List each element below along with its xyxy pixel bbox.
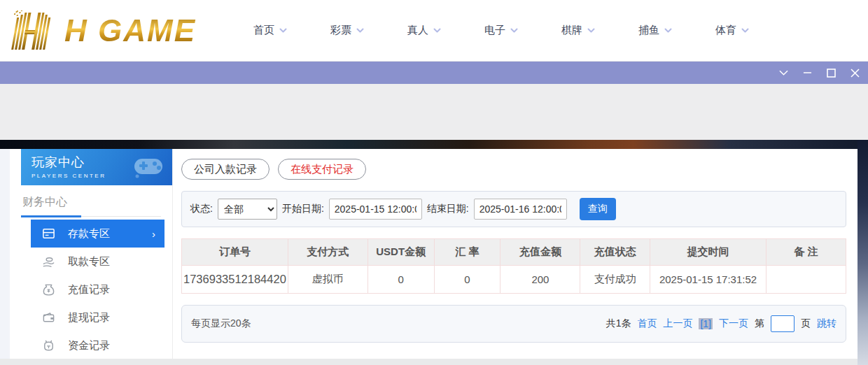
jump-button[interactable]: 跳转 [817, 317, 836, 330]
nav-label: 电子 [484, 24, 505, 37]
cell-usdt-amount: 0 [368, 266, 434, 294]
filter-bar: 状态: 全部 开始日期: 结束日期: 查询 [181, 191, 846, 227]
main-nav: 首页 彩票 真人 电子 棋牌 捕鱼 体育 [253, 24, 749, 37]
main-section: 玩家中心 PLAYERS CENTER 财务中心 存款专区 › [0, 140, 868, 365]
window-maximize-icon[interactable] [827, 69, 836, 78]
sidebar-item-label: 取款专区 [68, 255, 110, 269]
sidebar-menu: 存款专区 › 取款专区 充值记录 提现记录 资金记录 [10, 220, 172, 359]
total-count-label: 共1条 [606, 317, 631, 330]
tab-online-payment-records[interactable]: 在线支付记录 [278, 159, 366, 180]
nav-item-fishing[interactable]: 捕鱼 [638, 24, 672, 37]
start-date-label: 开始日期: [282, 203, 324, 215]
cell-payment-method: 虚拟币 [288, 266, 368, 294]
recharge-record-icon [42, 283, 55, 296]
sidebar: 玩家中心 PLAYERS CENTER 财务中心 存款专区 › [10, 149, 173, 359]
col-payment-method: 支付方式 [288, 239, 368, 266]
spacer-band [0, 84, 868, 140]
chevron-down-icon [510, 28, 518, 34]
record-tabs: 公司入款记录 在线支付记录 [181, 159, 846, 180]
cell-submit-time: 2025-01-15 17:31:52 [650, 266, 766, 294]
payment-records-table: 订单号 支付方式 USDT金额 汇 率 充值金额 充值状态 提交时间 备 注 1… [181, 238, 846, 294]
logo-emblem-icon [7, 10, 62, 51]
deposit-icon [42, 227, 55, 241]
prev-page-link[interactable]: 上一页 [663, 317, 692, 330]
window-minimize-icon[interactable] [803, 69, 812, 78]
window-close-icon[interactable] [850, 69, 860, 78]
start-date-input[interactable] [329, 199, 422, 220]
finance-center-section-title: 财务中心 [21, 188, 161, 217]
window-dropdown-icon[interactable] [779, 69, 788, 78]
chevron-down-icon [279, 28, 287, 34]
chevron-down-icon [356, 28, 364, 34]
sidebar-item-label: 存款专区 [68, 227, 110, 241]
window-title-bar [0, 62, 868, 84]
funds-record-icon [42, 339, 55, 352]
cell-recharge-status: 支付成功 [580, 266, 650, 294]
current-page-indicator: [1] [699, 318, 713, 329]
tab-company-deposit-records[interactable]: 公司入款记录 [181, 159, 270, 180]
col-submit-time: 提交时间 [650, 239, 766, 266]
nav-item-live[interactable]: 真人 [407, 24, 441, 37]
cell-recharge-amount: 200 [500, 266, 580, 294]
sidebar-item-label: 充值记录 [68, 283, 110, 296]
sidebar-item-label: 资金记录 [68, 339, 110, 352]
col-usdt-amount: USDT金额 [368, 239, 434, 266]
withdraw-icon [42, 255, 55, 269]
first-page-link[interactable]: 首页 [637, 317, 657, 330]
nav-item-home[interactable]: 首页 [253, 24, 287, 37]
end-date-label: 结束日期: [427, 203, 469, 215]
players-center-header: 玩家中心 PLAYERS CENTER [21, 149, 172, 185]
nav-label: 棋牌 [561, 24, 582, 37]
col-order-no: 订单号 [182, 239, 288, 266]
nav-item-cards[interactable]: 棋牌 [561, 24, 595, 37]
logo[interactable]: H GAME [7, 10, 210, 51]
table-row: 1736933512184420 虚拟币 0 0 200 支付成功 2025-0… [182, 266, 846, 294]
col-recharge-status: 充值状态 [580, 239, 650, 266]
nav-label: 捕鱼 [638, 24, 659, 37]
nav-item-lottery[interactable]: 彩票 [330, 24, 364, 37]
sidebar-item-funds-records[interactable]: 资金记录 [10, 331, 172, 359]
end-date-input[interactable] [474, 199, 567, 220]
sidebar-item-withdraw-zone[interactable]: 取款专区 [10, 248, 172, 275]
nav-item-slots[interactable]: 电子 [484, 24, 518, 37]
page-number-input[interactable] [771, 315, 794, 332]
per-page-label: 每页显示20条 [191, 317, 251, 330]
pagination-bar: 每页显示20条 共1条 首页 上一页 [1] 下一页 第 页 跳转 [181, 305, 846, 343]
nav-label: 真人 [407, 24, 428, 37]
withdrawal-record-icon [42, 311, 55, 324]
background-banner [0, 140, 868, 149]
chevron-down-icon [741, 28, 749, 34]
col-remarks: 备 注 [766, 239, 846, 266]
nav-item-sports[interactable]: 体育 [715, 24, 749, 37]
content-area: 公司入款记录 在线支付记录 状态: 全部 开始日期: 结束日期: 查询 [173, 149, 858, 359]
next-page-link[interactable]: 下一页 [719, 317, 748, 330]
query-button[interactable]: 查询 [580, 198, 616, 220]
table-header-row: 订单号 支付方式 USDT金额 汇 率 充值金额 充值状态 提交时间 备 注 [182, 239, 846, 266]
jump-suffix-label: 页 [801, 317, 811, 330]
background-left-strip [0, 149, 10, 359]
cell-remarks [766, 266, 846, 294]
status-label: 状态: [190, 203, 213, 215]
jump-prefix-label: 第 [755, 317, 764, 330]
nav-label: 体育 [715, 24, 736, 37]
chevron-down-icon [433, 28, 441, 34]
chevron-right-icon: › [152, 228, 155, 240]
gamepad-icon [133, 155, 165, 178]
sidebar-item-withdrawal-records[interactable]: 提现记录 [10, 303, 172, 331]
sidebar-item-label: 提现记录 [68, 311, 110, 324]
logo-text: H GAME [64, 13, 196, 48]
col-exchange-rate: 汇 率 [434, 239, 500, 266]
nav-label: 彩票 [330, 24, 351, 37]
col-recharge-amount: 充值金额 [500, 239, 580, 266]
chevron-down-icon [587, 28, 595, 34]
player-center-panel: 玩家中心 PLAYERS CENTER 财务中心 存款专区 › [10, 149, 858, 359]
sidebar-item-deposit-zone[interactable]: 存款专区 › [31, 220, 164, 248]
site-header: H GAME 首页 彩票 真人 电子 棋牌 捕鱼 体育 [0, 0, 868, 62]
sidebar-item-recharge-records[interactable]: 充值记录 [10, 275, 172, 303]
cell-order-no: 1736933512184420 [182, 266, 288, 294]
cell-exchange-rate: 0 [434, 266, 500, 294]
pagination-controls: 共1条 首页 上一页 [1] 下一页 第 页 跳转 [606, 315, 836, 332]
background-bottom-strip [0, 359, 858, 365]
chevron-down-icon [664, 28, 672, 34]
status-select[interactable]: 全部 [218, 199, 277, 220]
